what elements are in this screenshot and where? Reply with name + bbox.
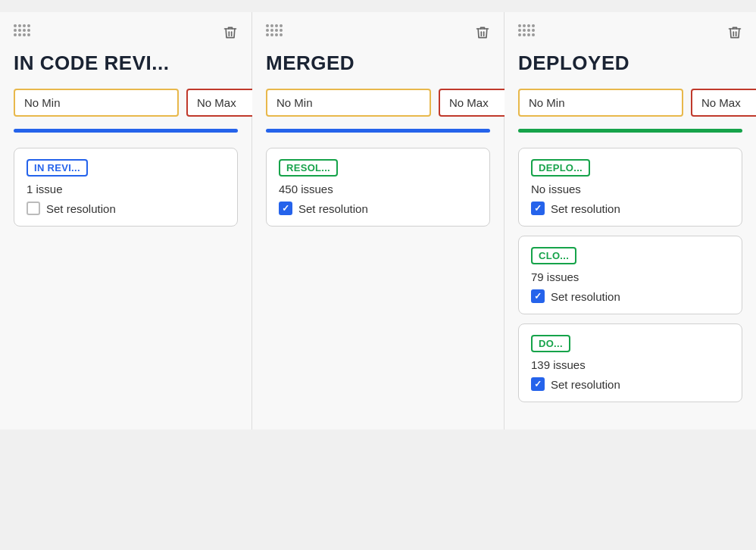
column-title: MERGED [266, 52, 490, 75]
resolution-checkbox[interactable] [531, 377, 545, 391]
column-merged: MERGEDRESOL...450 issuesSet resolution [252, 12, 505, 430]
issue-count: 1 issue [27, 183, 225, 195]
issue-count: 79 issues [531, 270, 729, 283]
min-max-row [518, 89, 742, 117]
delete-column-button[interactable] [223, 24, 238, 44]
resolution-row: Set resolution [531, 377, 729, 391]
status-card: CLO...79 issuesSet resolution [518, 236, 742, 314]
min-input[interactable] [14, 89, 179, 117]
status-card: RESOL...450 issuesSet resolution [266, 148, 490, 227]
column-title: IN CODE REVI... [14, 52, 238, 75]
kanban-board: IN CODE REVI...IN REVI...1 issueSet reso… [0, 12, 756, 430]
resolution-row: Set resolution [531, 202, 729, 215]
issue-count: 450 issues [279, 183, 477, 195]
progress-bar [518, 129, 742, 133]
resolution-row: Set resolution [531, 289, 729, 303]
status-card: IN REVI...1 issueSet resolution [14, 148, 238, 227]
resolution-row: Set resolution [279, 202, 477, 215]
resolution-checkbox[interactable] [531, 289, 545, 303]
progress-bar [266, 129, 490, 133]
column-header-row [266, 24, 490, 44]
column-header-row [14, 24, 238, 44]
progress-bar [14, 129, 238, 133]
issue-count: No issues [531, 183, 729, 195]
column-deployed: DEPLOYEDDEPLO...No issuesSet resolutionC… [505, 12, 756, 430]
resolution-checkbox[interactable] [279, 202, 292, 215]
status-card: DEPLO...No issuesSet resolution [518, 148, 742, 227]
resolution-label: Set resolution [298, 202, 368, 215]
delete-column-button[interactable] [475, 24, 490, 44]
resolution-label: Set resolution [46, 202, 116, 215]
trash-icon [727, 24, 742, 41]
resolution-label: Set resolution [551, 290, 620, 303]
min-max-row [14, 89, 238, 117]
column-title: DEPLOYED [518, 52, 742, 75]
min-input[interactable] [518, 89, 683, 117]
status-badge[interactable]: DEPLO... [531, 159, 590, 177]
trash-icon [475, 24, 490, 41]
drag-handle-icon[interactable] [14, 24, 30, 36]
resolution-row: Set resolution [27, 202, 225, 215]
status-card: DO...139 issuesSet resolution [518, 323, 742, 402]
issue-count: 139 issues [531, 358, 729, 371]
max-input[interactable] [691, 89, 756, 117]
column-header-row [518, 24, 742, 44]
resolution-checkbox[interactable] [531, 202, 545, 215]
min-input[interactable] [266, 89, 431, 117]
drag-handle-icon[interactable] [518, 24, 535, 36]
resolution-label: Set resolution [551, 202, 620, 215]
trash-icon [223, 24, 238, 41]
status-badge[interactable]: IN REVI... [27, 159, 88, 177]
status-badge[interactable]: CLO... [531, 247, 576, 264]
column-in-code-review: IN CODE REVI...IN REVI...1 issueSet reso… [0, 12, 252, 430]
min-max-row [266, 89, 490, 117]
resolution-label: Set resolution [551, 378, 620, 391]
status-badge[interactable]: DO... [531, 335, 570, 352]
delete-column-button[interactable] [727, 24, 742, 44]
resolution-checkbox[interactable] [27, 202, 40, 215]
drag-handle-icon[interactable] [266, 24, 283, 36]
status-badge[interactable]: RESOL... [279, 159, 338, 177]
